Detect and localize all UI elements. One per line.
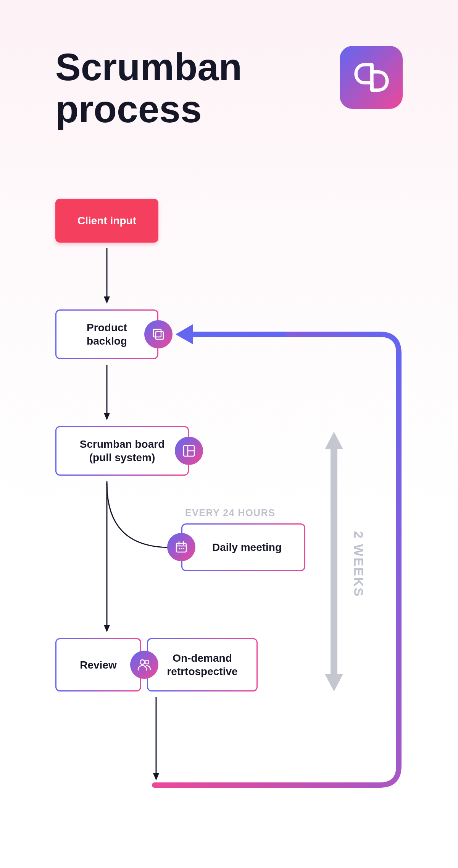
stack-icon <box>144 320 173 348</box>
svg-marker-28 <box>153 773 159 781</box>
node-review: Review <box>55 638 141 691</box>
arrow-retro-to-loop <box>152 697 160 781</box>
diagram-title: Scrumban process <box>55 46 242 130</box>
svg-rect-15 <box>176 543 186 552</box>
svg-marker-8 <box>104 413 110 420</box>
svg-point-19 <box>179 548 180 549</box>
logo-icon <box>340 46 403 109</box>
loop-path <box>155 325 406 795</box>
svg-rect-3 <box>153 329 161 337</box>
svg-marker-13 <box>104 625 110 632</box>
svg-point-23 <box>145 660 149 664</box>
svg-point-21 <box>182 548 184 549</box>
svg-rect-4 <box>156 332 163 339</box>
arrow-backlog-to-board <box>103 365 111 422</box>
node-client-input: Client input <box>55 199 158 243</box>
svg-point-20 <box>181 548 182 549</box>
svg-marker-2 <box>104 296 110 304</box>
board-icon <box>175 437 203 465</box>
arrow-client-to-backlog <box>103 248 111 306</box>
calendar-icon <box>167 533 195 561</box>
svg-point-22 <box>140 660 145 664</box>
people-icon <box>130 651 158 679</box>
diagram-stage: Client input Product backlog Scrumban bo… <box>55 199 403 810</box>
node-product-backlog: Product backlog <box>55 309 158 359</box>
